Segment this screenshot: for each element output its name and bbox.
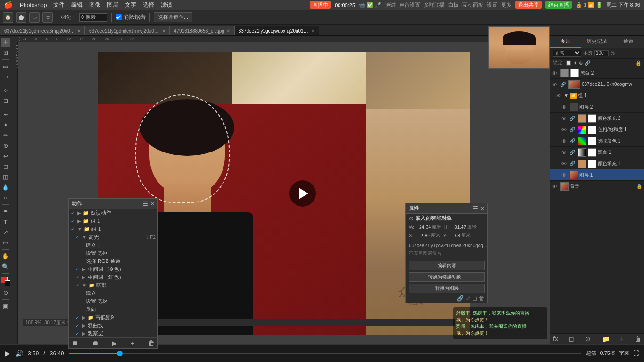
layer-visibility-icon[interactable]: 👁 [552,70,559,76]
shape-tool[interactable]: ▭ [1,238,10,247]
layer-visibility-icon[interactable]: 👁 [561,127,568,133]
interactive-btn[interactable]: 互动面板 [462,1,483,8]
action-item[interactable]: ✓ ▶ 中间调（红色） [69,273,157,281]
layer-visibility-icon[interactable]: 👁 [561,116,568,121]
action-item[interactable]: ✓ ▼ 高光 ⇧ F2 [69,233,157,241]
layer-visibility-icon[interactable]: 👁 [561,150,568,155]
record-btn[interactable]: ⏺ [92,339,99,347]
menu-file[interactable]: 文件 [53,1,65,9]
end-live-btn[interactable]: 结束直播 [545,1,572,9]
group-arrow-icon[interactable]: ▼ [564,93,569,98]
stop-btn[interactable]: ⏹ [72,339,78,347]
flatten-btn[interactable]: 转换为图层 [409,284,485,293]
layer-item[interactable]: 👁 黑白 2 [550,67,644,79]
blur-tool[interactable]: 💧 [1,183,10,192]
action-arrow-icon[interactable]: ▶ [82,267,86,272]
tab-2[interactable]: 637dee21ly1gdmlcx1rmwj20u0135dr7.jpg ✕ [85,26,170,35]
tab-history[interactable]: 历史记录 [581,36,612,48]
action-item[interactable]: ✓ ▶ 📁 默认动作 [69,209,157,217]
sound-btn[interactable]: 声音设置 [399,1,420,8]
tab-3-close[interactable]: ✕ [226,28,230,34]
menu-select[interactable]: 选择 [143,1,154,9]
folder-icon[interactable]: ▼ [77,227,82,232]
tab-channels[interactable]: 通道 [613,36,644,48]
lock-all[interactable]: 🔒 [636,60,641,66]
dodge-tool[interactable]: ○ [1,193,10,202]
layer-item[interactable]: 👁 背景 🔒 [550,181,644,192]
action-arrow-icon[interactable]: ▼ [82,235,87,240]
video-subtitle-btn[interactable]: 字幕 [619,350,629,357]
panel-menu-btn[interactable]: ☰ [143,201,148,207]
text-tool[interactable]: T [1,217,10,227]
layer-visibility-icon[interactable]: 👁 [561,161,568,167]
panel-close-btn[interactable]: ✕ [480,205,485,212]
action-item[interactable]: 反向 [69,305,157,313]
clone-tool[interactable]: ⊕ [1,141,10,151]
menu-layer[interactable]: 图层 [107,1,118,9]
apple-menu[interactable]: 🍎 [4,0,13,9]
tab-4-close[interactable]: ✕ [311,28,315,34]
anti-alias-checkbox[interactable] [116,14,122,20]
action-item[interactable]: 设置 选区 [69,249,157,257]
video-speed-btn[interactable]: 0.75倍 [600,350,615,357]
layer-group-item[interactable]: 👁 ▼ 📁 组 1 [550,90,644,101]
action-arrow-icon[interactable]: ▶ [82,315,86,320]
layer-visibility-icon[interactable]: 👁 [556,93,562,99]
marquee-tool[interactable]: ▭ [1,62,10,71]
hand-tool[interactable]: ✋ [1,252,10,261]
eyedropper-tool[interactable]: ✒ [1,110,10,119]
action-item[interactable]: ✓ ▶ 观察层 [69,329,157,337]
screen-mode[interactable]: ▣ [1,302,10,311]
play-action-btn[interactable]: ▶ [112,339,117,347]
layer-item[interactable]: 👁 🔗 选取颜色 1 [550,135,644,147]
more-btn[interactable]: 更多 [501,1,512,8]
add-layer-btn[interactable]: + [620,335,624,343]
quick-select-tool[interactable]: ✧ [1,86,10,95]
panel-menu-btn[interactable]: ☰ [473,205,478,212]
tab-2-close[interactable]: ✕ [162,28,165,34]
attributes-panel-header[interactable]: 属性 ☰ ✕ [406,203,487,214]
action-item[interactable]: 设置 选区 [69,297,157,305]
menu-edit[interactable]: 编辑 [71,1,83,9]
tab-1-close[interactable]: ✕ [77,28,81,34]
tab-1[interactable]: 637dee21ly1gdmleea6mpj20u0190dqi.jpg ✕ [0,26,85,35]
lock-transparent[interactable]: 🔲 [566,60,571,66]
add-group-btn[interactable]: 📁 [602,335,610,343]
layer-visibility-icon[interactable]: 👁 [552,184,559,189]
layer-item[interactable]: 👁 🔗 颜色填充 2 [550,113,644,124]
menu-filter[interactable]: 滤镜 [161,1,172,9]
opacity-input[interactable] [594,50,609,56]
action-item[interactable]: ✓ ▼ 📁 暗部 [69,281,157,289]
action-arrow-icon[interactable]: ▶ [82,275,86,280]
action-item[interactable]: ✓ ▼ 📁 组 1 [69,225,157,233]
layer-visibility-icon[interactable]: 👁 [561,172,568,178]
lock-pixels[interactable]: ✦ [573,60,577,66]
action-arrow-icon[interactable]: ▶ [82,323,86,328]
add-mask-btn[interactable]: ◻ [569,335,574,343]
layer-item[interactable]: 👁 🔗 色相/饱和度 1 [550,124,644,135]
folder-icon[interactable]: ▶ [77,219,81,224]
zoom-tool[interactable]: 🔍 [1,262,10,271]
quit-share-btn[interactable]: 退出共享 [515,1,542,9]
delete-action-btn[interactable]: 🗑 [148,339,155,347]
layer-item[interactable]: 👁 🔗 颜色填充 1 [550,158,644,169]
action-item[interactable]: 选择 RGB 通道 [69,257,157,265]
layer-item[interactable]: 👁 🔗 黑白 1 [550,147,644,158]
attr-expand-icon[interactable]: ⤢ [466,295,471,302]
feather-input[interactable] [79,13,107,22]
crop-tool[interactable]: ⊡ [1,96,10,106]
attr-mask-icon[interactable]: ◻ [472,295,477,302]
yunying-btn[interactable]: 演讲 [385,1,396,8]
attr-delete-icon[interactable]: 🗑 [479,295,485,302]
menu-image[interactable]: 图像 [89,1,100,9]
attr-chain-icon[interactable]: 🔗 [457,295,464,302]
home-btn[interactable]: 🏠 [3,12,13,23]
layer-visibility-icon[interactable]: 👁 [561,138,568,144]
action-arrow-icon[interactable]: ▶ [82,331,86,336]
layer-item[interactable]: 👁 图层 2 [550,101,644,113]
background-color[interactable] [5,280,10,286]
color-selector[interactable] [1,277,10,286]
tab-3[interactable]: 4791618880656_pic.jpg ✕ [170,26,234,35]
folder-icon[interactable]: ▶ [77,210,81,216]
gradient-tool[interactable]: ◫ [1,172,10,182]
